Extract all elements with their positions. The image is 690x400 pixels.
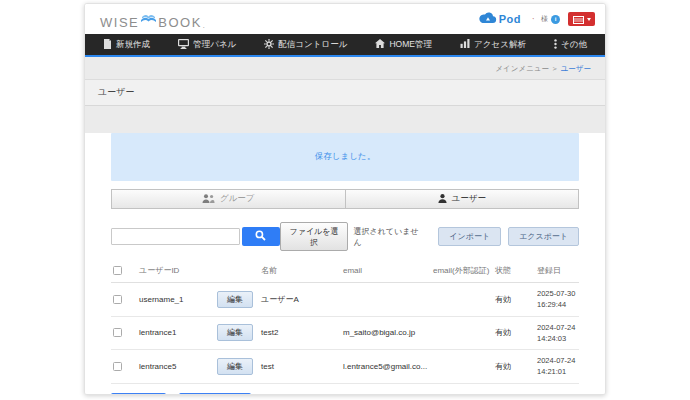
tab-user-label: ユーザー <box>452 193 486 205</box>
import-button[interactable]: インポート <box>438 227 501 246</box>
col-header-registered: 登録日 <box>535 259 579 283</box>
row-checkbox[interactable] <box>113 328 122 337</box>
breadcrumb-parent: メインメニュー <box>495 64 549 73</box>
nav-item-home-management[interactable]: HOME管理 <box>375 39 432 51</box>
col-header-email-ext: email(外部認証) <box>431 259 493 283</box>
cell-registered: 2024-07-24 14:21:01 <box>535 350 579 384</box>
table-row: lentrance5 編集 test l.entrance5@gmail.co.… <box>111 350 579 384</box>
col-header-email: email <box>341 259 431 283</box>
tab-group[interactable]: グループ <box>111 189 346 209</box>
edit-button[interactable]: 編集 <box>217 358 253 375</box>
breadcrumb-separator: ＞ <box>551 64 559 73</box>
add-user-button[interactable]: ユーザー追加 <box>179 393 251 396</box>
breadcrumb-current-link[interactable]: ユーザー <box>561 64 591 73</box>
cell-email <box>341 283 431 317</box>
nav-item-others[interactable]: その他 <box>554 39 587 51</box>
success-alert: 保存しました。 <box>111 133 579 181</box>
logo-text-wise: WISE <box>100 16 139 29</box>
cell-status: 有効 <box>493 283 535 317</box>
registered-time: 16:29:44 <box>537 299 577 310</box>
table-header-row: ユーザーID 名前 email email(外部認証) 状態 登録日 <box>111 259 579 283</box>
account-name-suffix: 様 <box>541 14 548 24</box>
cell-user-id: lentrance5 <box>137 350 215 384</box>
cell-email-ext <box>431 283 493 317</box>
pod-logo-text: Pod <box>499 13 521 25</box>
nav-label: 配信コントロール <box>278 39 347 51</box>
cloudpod-logo: Pod <box>479 10 521 28</box>
nav-item-new[interactable]: 新規作成 <box>103 39 150 51</box>
logo-text-book: BOOK <box>158 16 202 29</box>
cell-name: ユーザーA <box>259 283 341 317</box>
registered-date: 2024-07-24 <box>537 322 577 333</box>
file-select-button[interactable]: ファイルを選択 <box>280 222 349 251</box>
registered-date: 2025-07-30 <box>537 288 577 299</box>
content-area: メインメニュー ＞ ユーザー ユーザー 保存しました。 グル <box>85 57 605 394</box>
book-icon <box>140 10 157 28</box>
cell-name: test <box>259 350 341 384</box>
delete-button[interactable]: 削除 <box>111 393 166 396</box>
account-separator: ・ <box>530 15 536 24</box>
document-icon <box>103 39 112 51</box>
monitor-icon <box>178 39 189 51</box>
table-row: username_1 編集 ユーザーA 有効 2025-07-30 16:29:… <box>111 283 579 317</box>
registered-date: 2024-07-24 <box>537 355 577 366</box>
logo-reg-mark: . <box>203 22 205 29</box>
user-table: ユーザーID 名前 email email(外部認証) 状態 登録日 usern… <box>111 259 579 384</box>
main-nav: 新規作成 管理パネル 配信コントロール <box>85 34 605 57</box>
nav-label: アクセス解析 <box>474 39 526 51</box>
vertical-dots-icon <box>554 39 557 51</box>
group-icon <box>202 194 215 205</box>
nav-item-access-analytics[interactable]: アクセス解析 <box>460 39 526 51</box>
breadcrumb: メインメニュー ＞ ユーザー <box>85 57 605 79</box>
col-header-edit <box>215 259 259 283</box>
top-header: WISE BOOK . Pod ・ 様 i <box>85 4 605 34</box>
gear-icon <box>264 39 274 51</box>
user-panel: 保存しました。 グループ <box>85 133 605 395</box>
bar-chart-icon <box>460 39 470 50</box>
language-selector-button[interactable] <box>568 12 595 26</box>
page-title: ユーザー <box>85 79 605 106</box>
file-select-status: 選択されていません <box>353 226 421 248</box>
nav-label: HOME管理 <box>389 39 432 51</box>
flag-icon <box>573 10 584 28</box>
col-header-status: 状態 <box>493 259 535 283</box>
tab-user[interactable]: ユーザー <box>345 189 580 209</box>
nav-label: 管理パネル <box>193 39 236 51</box>
registered-time: 14:21:01 <box>537 366 577 377</box>
cell-registered: 2025-07-30 16:29:44 <box>535 283 579 317</box>
cell-status: 有効 <box>493 316 535 350</box>
user-icon <box>438 194 447 205</box>
info-icon[interactable]: i <box>551 15 560 24</box>
search-input[interactable] <box>111 228 240 245</box>
cell-email-ext <box>431 350 493 384</box>
row-checkbox[interactable] <box>113 362 122 371</box>
select-all-checkbox[interactable] <box>113 266 122 275</box>
search-icon <box>255 229 266 244</box>
nav-label: その他 <box>561 39 587 51</box>
table-row: lentrance1 編集 test2 m_saito@bigal.co.jp … <box>111 316 579 350</box>
chevron-down-icon <box>587 18 591 21</box>
nav-item-admin-panel[interactable]: 管理パネル <box>178 39 236 51</box>
cell-user-id: username_1 <box>137 283 215 317</box>
search-button[interactable] <box>242 227 280 246</box>
cell-email-ext <box>431 316 493 350</box>
wisebook-logo: WISE BOOK . <box>100 10 205 29</box>
cell-email: m_saito@bigal.co.jp <box>341 316 431 350</box>
cell-registered: 2024-07-24 14:24:03 <box>535 316 579 350</box>
edit-button[interactable]: 編集 <box>217 291 253 308</box>
row-checkbox[interactable] <box>113 295 122 304</box>
cell-email: l.entrance5@gmail.co... <box>341 350 431 384</box>
nav-label: 新規作成 <box>116 39 150 51</box>
home-icon <box>375 39 385 50</box>
cloud-icon <box>479 10 497 28</box>
toolbar: ファイルを選択 選択されていません インポート エクスポート <box>111 222 579 251</box>
export-button[interactable]: エクスポート <box>508 227 579 246</box>
app-window: WISE BOOK . Pod ・ 様 i <box>84 3 606 395</box>
edit-button[interactable]: 編集 <box>217 324 253 341</box>
registered-time: 14:24:03 <box>537 333 577 344</box>
table-footer: 削除 ユーザー追加 CSVサンプルダウンロード 1～3件（全 3件） 前へ 1 … <box>111 393 579 396</box>
col-header-name: 名前 <box>259 259 341 283</box>
tab-group-label: グループ <box>220 193 255 205</box>
cell-name: test2 <box>259 316 341 350</box>
nav-item-delivery-control[interactable]: 配信コントロール <box>264 39 347 51</box>
